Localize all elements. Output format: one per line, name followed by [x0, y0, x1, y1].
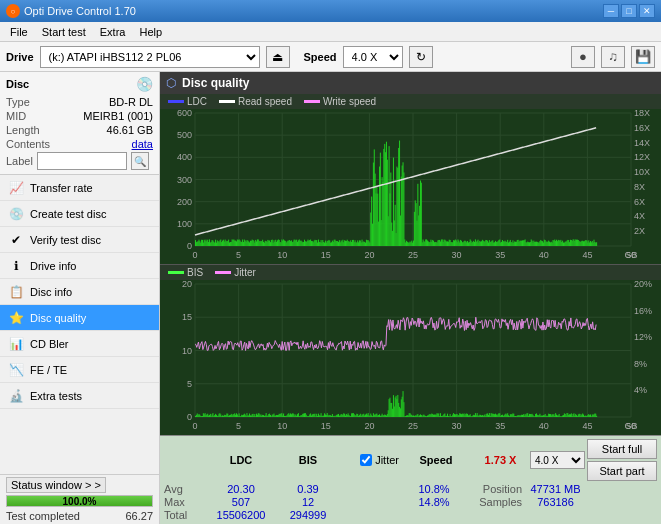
- menu-bar: File Start test Extra Help: [0, 22, 661, 42]
- status-window-button[interactable]: Status window > >: [6, 477, 106, 493]
- top-chart-canvas: [160, 109, 661, 264]
- mid-value: MEIRB1 (001): [83, 110, 153, 122]
- progress-bar: 100.0%: [6, 495, 153, 507]
- max-jitter: 14.8%: [399, 496, 469, 508]
- col-header-ldc: LDC: [206, 454, 276, 466]
- sidebar-item-create-test-disc[interactable]: 💿 Create test disc: [0, 201, 159, 227]
- legend-bis: BIS: [168, 267, 203, 278]
- sidebar-item-extra-tests[interactable]: 🔬 Extra tests: [0, 383, 159, 409]
- cd-bler-icon: 📊: [8, 337, 24, 351]
- speed-unit-select[interactable]: 4.0 X: [530, 451, 585, 469]
- samples-value: 763186: [528, 496, 583, 508]
- chart-header: ⬡ Disc quality: [160, 72, 661, 94]
- col-header-bis: BIS: [278, 454, 338, 466]
- sidebar: Disc 💿 Type BD-R DL MID MEIRB1 (001) Len…: [0, 72, 160, 524]
- total-bis: 294999: [278, 509, 338, 521]
- disc-button-2[interactable]: ♫: [601, 46, 625, 68]
- chart-header-icon: ⬡: [166, 76, 176, 90]
- disc-icon[interactable]: 💿: [136, 76, 153, 92]
- label-input[interactable]: [37, 152, 127, 170]
- sidebar-item-label: CD Bler: [30, 338, 69, 350]
- sidebar-item-verify-test-disc[interactable]: ✔ Verify test disc: [0, 227, 159, 253]
- sidebar-item-fe-te[interactable]: 📉 FE / TE: [0, 357, 159, 383]
- menu-help[interactable]: Help: [133, 24, 168, 40]
- menu-start-test[interactable]: Start test: [36, 24, 92, 40]
- disc-panel: Disc 💿 Type BD-R DL MID MEIRB1 (001) Len…: [0, 72, 159, 175]
- extra-tests-icon: 🔬: [8, 389, 24, 403]
- length-label: Length: [6, 124, 40, 136]
- menu-extra[interactable]: Extra: [94, 24, 132, 40]
- app-title: Opti Drive Control 1.70: [24, 5, 136, 17]
- drive-select[interactable]: (k:) ATAPI iHBS112 2 PL06: [40, 46, 260, 68]
- total-label: Total: [164, 509, 204, 521]
- minimize-button[interactable]: ─: [603, 4, 619, 18]
- max-bis: 12: [278, 496, 338, 508]
- legend-ldc: LDC: [168, 96, 207, 107]
- position-label: Position: [471, 483, 526, 495]
- menu-file[interactable]: File: [4, 24, 34, 40]
- drive-label: Drive: [6, 51, 34, 63]
- max-ldc: 507: [206, 496, 276, 508]
- close-button[interactable]: ✕: [639, 4, 655, 18]
- sidebar-item-drive-info[interactable]: ℹ Drive info: [0, 253, 159, 279]
- sidebar-item-label: Transfer rate: [30, 182, 93, 194]
- bottom-chart-canvas: [160, 280, 661, 435]
- nav-items: 📈 Transfer rate 💿 Create test disc ✔ Ver…: [0, 175, 159, 474]
- samples-label: Samples: [471, 496, 526, 508]
- status-text: Test completed: [6, 510, 80, 522]
- jitter-checkbox[interactable]: [360, 454, 372, 466]
- refresh-button[interactable]: ↻: [409, 46, 433, 68]
- sidebar-item-label: Create test disc: [30, 208, 106, 220]
- avg-ldc: 20.30: [206, 483, 276, 495]
- col-header-speed: Speed: [401, 454, 471, 466]
- title-bar: ○ Opti Drive Control 1.70 ─ □ ✕: [0, 0, 661, 22]
- disc-quality-icon: ⭐: [8, 311, 24, 325]
- status-bar: Status window > > 100.0% Test completed …: [0, 474, 159, 524]
- create-test-disc-icon: 💿: [8, 207, 24, 221]
- fe-te-icon: 📉: [8, 363, 24, 377]
- legend-jitter: Jitter: [215, 267, 256, 278]
- avg-jitter: 10.8%: [399, 483, 469, 495]
- disc-panel-title: Disc: [6, 78, 29, 90]
- max-label: Max: [164, 496, 204, 508]
- disc-info-icon: 📋: [8, 285, 24, 299]
- total-ldc: 15506200: [206, 509, 276, 521]
- type-label: Type: [6, 96, 30, 108]
- label-label: Label: [6, 155, 33, 167]
- start-part-button[interactable]: Start part: [587, 461, 657, 481]
- sidebar-item-cd-bler[interactable]: 📊 CD Bler: [0, 331, 159, 357]
- drive-toolbar: Drive (k:) ATAPI iHBS112 2 PL06 ⏏ Speed …: [0, 42, 661, 72]
- disc-button-1[interactable]: ●: [571, 46, 595, 68]
- label-search-button[interactable]: 🔍: [131, 152, 149, 170]
- progress-text: 100.0%: [7, 496, 152, 506]
- legend-write-speed: Write speed: [304, 96, 376, 107]
- sidebar-item-label: Verify test disc: [30, 234, 101, 246]
- sidebar-item-label: Extra tests: [30, 390, 82, 402]
- avg-bis: 0.39: [278, 483, 338, 495]
- eject-button[interactable]: ⏏: [266, 46, 290, 68]
- chart-title: Disc quality: [182, 76, 249, 90]
- position-value: 47731 MB: [528, 483, 583, 495]
- save-button[interactable]: 💾: [631, 46, 655, 68]
- app-icon: ○: [6, 4, 20, 18]
- speed-select[interactable]: 4.0 X: [343, 46, 403, 68]
- legend-read-speed: Read speed: [219, 96, 292, 107]
- sidebar-item-transfer-rate[interactable]: 📈 Transfer rate: [0, 175, 159, 201]
- sidebar-item-disc-info[interactable]: 📋 Disc info: [0, 279, 159, 305]
- length-value: 46.61 GB: [107, 124, 153, 136]
- contents-label: Contents: [6, 138, 50, 150]
- transfer-rate-icon: 📈: [8, 181, 24, 195]
- jitter-label: Jitter: [375, 454, 399, 466]
- speed-display: 1.73 X: [473, 454, 528, 466]
- right-panel: ⬡ Disc quality LDC Read speed: [160, 72, 661, 524]
- start-full-button[interactable]: Start full: [587, 439, 657, 459]
- sidebar-item-label: Disc info: [30, 286, 72, 298]
- contents-value[interactable]: data: [132, 138, 153, 150]
- sidebar-item-label: Drive info: [30, 260, 76, 272]
- verify-test-disc-icon: ✔: [8, 233, 24, 247]
- speed-status-text: 66.27: [125, 510, 153, 522]
- sidebar-item-label: FE / TE: [30, 364, 67, 376]
- speed-label: Speed: [304, 51, 337, 63]
- sidebar-item-disc-quality[interactable]: ⭐ Disc quality: [0, 305, 159, 331]
- maximize-button[interactable]: □: [621, 4, 637, 18]
